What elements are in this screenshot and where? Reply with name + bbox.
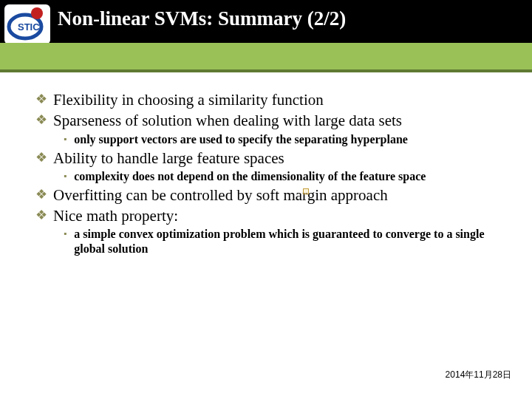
header-stripe [0, 43, 532, 69]
bullet-text: Nice math property: [53, 206, 178, 225]
square-icon: ▪ [64, 169, 66, 183]
sub-bullet-item: ▪ a simple convex optimization problem w… [64, 227, 502, 256]
bullet-item: ❖ Nice math property: [35, 206, 502, 225]
footer-date: 2014年11月28日 [446, 369, 511, 381]
page-title: Non-linear SVMs: Summary (2/2) [58, 7, 346, 30]
square-icon: ▪ [64, 132, 66, 146]
bullet-text: Flexibility in choosing a similarity fun… [53, 90, 324, 109]
sub-bullet-item: ▪ complexity does not depend on the dime… [64, 169, 502, 184]
logo: STIC [4, 4, 50, 44]
svg-text:STIC: STIC [18, 21, 40, 33]
content-area: ❖ Flexibility in choosing a similarity f… [35, 90, 502, 258]
diamond-icon: ❖ [35, 206, 47, 224]
diamond-icon: ❖ [35, 185, 47, 203]
sub-bullet-text: complexity does not depend on the dimens… [74, 169, 426, 184]
header-stripe-shadow [0, 69, 532, 72]
bullet-item: ❖ Flexibility in choosing a similarity f… [35, 90, 502, 109]
diamond-icon: ❖ [35, 111, 47, 129]
sub-bullet-text: a simple convex optimization problem whi… [74, 227, 502, 256]
bullet-item: ❖ Sparseness of solution when dealing wi… [35, 111, 502, 130]
bullet-text: Ability to handle large feature spaces [53, 149, 284, 168]
bullet-text: Sparseness of solution when dealing with… [53, 111, 402, 130]
comment-marker-icon [303, 188, 309, 194]
square-icon: ▪ [64, 227, 66, 241]
header-bar: STIC Non-linear SVMs: Summary (2/2) [0, 0, 532, 43]
diamond-icon: ❖ [35, 90, 47, 108]
bullet-item: ❖ Ability to handle large feature spaces [35, 149, 502, 168]
logo-icon: STIC [4, 4, 50, 44]
diamond-icon: ❖ [35, 149, 47, 166]
sub-bullet-item: ▪ only support vectors are used to speci… [64, 132, 502, 147]
sub-bullet-text: only support vectors are used to specify… [74, 132, 408, 147]
bullet-text: Overfitting can be controlled by soft ma… [53, 185, 388, 205]
bullet-item: ❖ Overfitting can be controlled by soft … [35, 185, 502, 205]
svg-point-1 [31, 7, 43, 19]
